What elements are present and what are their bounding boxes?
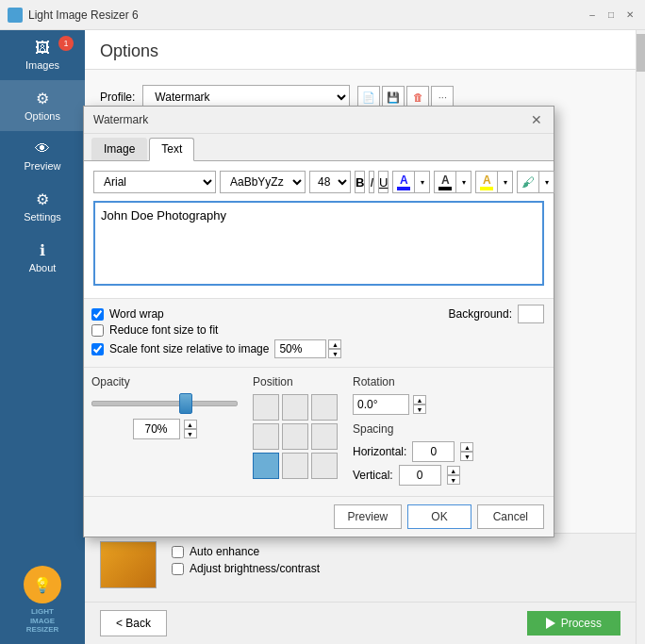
underline-button[interactable]: U	[378, 171, 389, 193]
font-name-select[interactable]: Arial Times New Roman Verdana	[93, 171, 216, 193]
images-badge: 1	[58, 36, 74, 51]
dialog-title-text: Watermark	[93, 113, 148, 126]
horizontal-increment-button[interactable]: ▲	[460, 442, 473, 452]
reduce-font-checkbox[interactable]	[91, 324, 104, 337]
rotation-input[interactable]	[353, 394, 409, 415]
tab-image[interactable]: Image	[91, 138, 147, 160]
sidebar-item-label: Settings	[24, 211, 61, 223]
vertical-decrement-button[interactable]: ▼	[447, 475, 460, 485]
pos-mid-left[interactable]	[253, 423, 279, 450]
font-preview-select[interactable]: AaBbYyZz	[220, 171, 306, 193]
brightness-checkbox[interactable]	[172, 563, 184, 575]
close-button[interactable]: ✕	[622, 8, 637, 23]
font-color-dropdown[interactable]: ▾	[415, 171, 430, 193]
preview-button[interactable]: Preview	[334, 504, 403, 529]
sidebar-item-preview[interactable]: 👁 Preview	[0, 131, 85, 181]
rotation-decrement-button[interactable]: ▼	[413, 405, 426, 414]
auto-enhance-checkbox[interactable]	[172, 546, 184, 558]
sidebar-item-options[interactable]: ⚙ Options	[0, 80, 85, 131]
font-size-select[interactable]: 48 12 24 36 72	[309, 171, 351, 193]
horizontal-input[interactable]	[412, 441, 455, 462]
pos-bot-right[interactable]	[311, 453, 338, 479]
dialog-title-bar: Watermark ✕	[84, 107, 554, 134]
controls-area: Opacity ▲ ▼ Position	[84, 367, 554, 496]
font-color-letter: A	[400, 173, 408, 187]
pos-mid-center[interactable]	[282, 423, 308, 450]
bold-button[interactable]: B	[355, 171, 365, 193]
background-color-picker[interactable]	[518, 305, 544, 323]
scale-font-row: Scale font size relative to image ▲ ▼	[91, 339, 546, 358]
highlight-color-letter: A	[483, 173, 491, 187]
scale-decrement-button[interactable]: ▼	[328, 349, 341, 358]
watermark-dialog: Watermark ✕ Image Text Arial Times New R…	[83, 106, 554, 537]
pos-top-left[interactable]	[253, 394, 279, 421]
highlight-color-button[interactable]: A	[475, 171, 498, 193]
pos-bot-left[interactable]	[253, 453, 279, 479]
horizontal-spin-buttons[interactable]: ▲ ▼	[460, 442, 473, 461]
font-row: Arial Times New Roman Verdana AaBbYyZz 4…	[93, 171, 544, 193]
effects-dropdown[interactable]: ▾	[539, 171, 554, 193]
process-label: Process	[561, 617, 602, 630]
pos-top-center[interactable]	[282, 394, 308, 421]
logo-text: LIGHTIMAGERESIZER	[26, 607, 59, 635]
pos-bot-center[interactable]	[282, 453, 308, 479]
opacity-input[interactable]	[133, 419, 180, 439]
vertical-increment-button[interactable]: ▲	[447, 466, 460, 475]
highlight-color-indicator	[480, 187, 493, 190]
scale-spin-buttons[interactable]: ▲ ▼	[328, 339, 341, 358]
highlight-color-dropdown[interactable]: ▾	[498, 171, 513, 193]
tab-text[interactable]: Text	[149, 138, 194, 161]
font-color-button[interactable]: A	[392, 171, 415, 193]
rotation-spin-buttons[interactable]: ▲ ▼	[413, 395, 426, 414]
effects-button[interactable]: 🖌	[517, 171, 539, 193]
app-title: Light Image Resizer 6	[28, 8, 585, 22]
word-wrap-checkbox[interactable]	[91, 308, 104, 321]
opacity-track	[91, 401, 238, 406]
opacity-thumb[interactable]	[179, 393, 192, 414]
pos-top-right[interactable]	[311, 394, 338, 421]
preview-icon: 👁	[35, 140, 50, 157]
opacity-slider[interactable]	[91, 394, 238, 413]
sidebar-item-settings[interactable]: ⚙ Settings	[0, 181, 85, 232]
shadow-color-button[interactable]: A	[434, 171, 456, 193]
scrollbar-thumb[interactable]	[637, 34, 645, 72]
watermark-text-input[interactable]: John Doe Photography	[93, 201, 544, 286]
opacity-spin-buttons[interactable]: ▲ ▼	[184, 420, 197, 438]
scrollbar[interactable]	[636, 30, 645, 644]
spacing-label: Spacing	[353, 422, 473, 436]
sidebar-item-images[interactable]: 🖼 Images 1	[0, 30, 85, 80]
profile-label: Profile:	[100, 91, 135, 104]
vertical-spin-buttons[interactable]: ▲ ▼	[447, 466, 460, 485]
position-label: Position	[253, 375, 338, 388]
sidebar-item-label: Options	[25, 110, 60, 122]
vertical-input[interactable]	[399, 465, 441, 486]
opacity-decrement-button[interactable]: ▼	[184, 429, 197, 438]
background-label: Background:	[449, 307, 512, 321]
process-button[interactable]: Process	[527, 611, 620, 636]
pos-mid-right[interactable]	[311, 423, 338, 450]
scale-font-label: Scale font size relative to image	[109, 342, 269, 355]
ok-button[interactable]: OK	[407, 504, 471, 529]
scale-increment-button[interactable]: ▲	[328, 339, 341, 349]
auto-enhance-label: Auto enhance	[190, 545, 259, 558]
horizontal-decrement-button[interactable]: ▼	[460, 452, 473, 461]
cancel-button[interactable]: Cancel	[477, 504, 544, 529]
rotation-increment-button[interactable]: ▲	[413, 395, 426, 405]
shadow-color-dropdown[interactable]: ▾	[456, 171, 471, 193]
scale-font-checkbox[interactable]	[91, 343, 104, 355]
italic-button[interactable]: I	[369, 171, 374, 193]
minimize-button[interactable]: –	[585, 8, 600, 23]
sidebar-item-about[interactable]: ℹ About	[0, 232, 85, 283]
vertical-spacing-row: Vertical: ▲ ▼	[353, 465, 473, 486]
opacity-increment-button[interactable]: ▲	[184, 420, 197, 429]
rotation-label: Rotation	[353, 375, 473, 388]
scale-font-input[interactable]	[274, 339, 326, 358]
dialog-close-button[interactable]: ✕	[529, 112, 544, 127]
page-title: Options	[100, 41, 620, 61]
background-section: Background:	[449, 305, 544, 323]
about-icon: ℹ	[40, 241, 45, 259]
sidebar-logo: 💡 LIGHTIMAGERESIZER	[0, 556, 85, 644]
sidebar-item-label: About	[29, 262, 57, 273]
back-button[interactable]: < Back	[100, 610, 167, 636]
maximize-button[interactable]: □	[604, 8, 619, 23]
